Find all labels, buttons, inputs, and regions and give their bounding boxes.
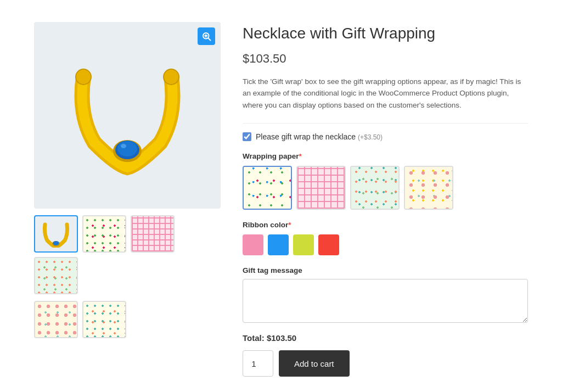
paper-swatches-container xyxy=(243,166,528,210)
gift-tag-textarea[interactable] xyxy=(243,279,528,323)
section-divider xyxy=(243,123,528,124)
paper-swatch-3-pattern xyxy=(351,167,398,209)
svg-point-5 xyxy=(164,69,179,85)
ribbon-color-label: Ribbon color* xyxy=(243,221,528,229)
zoom-button[interactable] xyxy=(198,27,215,45)
thumbnail-necklace[interactable] xyxy=(34,215,78,253)
product-gallery xyxy=(34,22,221,338)
gift-tag-label: Gift tag message xyxy=(243,266,528,275)
necklace-illustration xyxy=(61,49,193,181)
ribbon-color-section: Ribbon color* xyxy=(243,221,528,255)
ribbon-swatch-red[interactable] xyxy=(318,234,339,255)
gift-wrap-checkbox[interactable] xyxy=(243,132,251,141)
thumbnail-paper-5[interactable] xyxy=(82,301,126,338)
ribbon-swatch-yellow[interactable] xyxy=(293,234,314,255)
required-star-paper: * xyxy=(299,152,302,160)
wrapping-paper-label: Wrapping paper* xyxy=(243,152,528,160)
product-page: Necklace with Gift Wrapping $103.50 Tick… xyxy=(18,0,544,392)
paper-swatch-4-pattern xyxy=(405,167,452,209)
product-price: $103.50 xyxy=(243,52,528,66)
gift-wrap-label[interactable]: Please gift wrap the necklace (+$3.50) xyxy=(256,132,383,141)
svg-point-8 xyxy=(117,141,137,156)
thumbnail-row-2 xyxy=(34,301,221,338)
product-description: Tick the 'Gift wrap' box to see the gift… xyxy=(243,76,528,111)
main-product-image xyxy=(34,22,221,209)
product-title: Necklace with Gift Wrapping xyxy=(243,24,528,43)
required-star-ribbon: * xyxy=(288,221,291,229)
paper-swatch-1[interactable] xyxy=(243,166,292,210)
paper-swatch-4[interactable] xyxy=(404,166,453,210)
cart-row: Add to cart xyxy=(243,350,528,377)
gift-wrap-price: (+$3.50) xyxy=(358,133,383,141)
svg-point-9 xyxy=(121,144,126,148)
ribbon-swatch-blue[interactable] xyxy=(268,234,289,255)
paper-swatch-3[interactable] xyxy=(350,166,400,210)
paper-swatch-2-pattern xyxy=(297,167,345,209)
paper-swatch-1-pattern xyxy=(244,167,291,209)
wrapping-paper-section: Wrapping paper* xyxy=(243,152,528,210)
ribbon-swatches-container xyxy=(243,234,528,255)
thumbnail-paper-2[interactable] xyxy=(131,215,175,253)
product-info-panel: Necklace with Gift Wrapping $103.50 Tick… xyxy=(243,22,528,377)
quantity-input[interactable] xyxy=(243,350,273,377)
svg-point-4 xyxy=(76,69,91,85)
thumbnail-paper-3[interactable] xyxy=(34,257,78,294)
total-row: Total: $103.50 xyxy=(243,333,528,343)
thumbnail-row-1 xyxy=(34,215,221,294)
gift-tag-section: Gift tag message xyxy=(243,266,528,333)
gift-wrap-option: Please gift wrap the necklace (+$3.50) xyxy=(243,132,528,141)
thumbnail-paper-1[interactable] xyxy=(82,215,126,253)
paper-swatch-2[interactable] xyxy=(296,166,346,210)
add-to-cart-button[interactable]: Add to cart xyxy=(279,350,350,377)
thumb-necklace-icon xyxy=(40,220,72,248)
svg-point-11 xyxy=(53,241,59,245)
svg-line-1 xyxy=(208,38,210,40)
ribbon-swatch-pink[interactable] xyxy=(243,234,263,255)
thumbnail-paper-4[interactable] xyxy=(34,301,78,338)
